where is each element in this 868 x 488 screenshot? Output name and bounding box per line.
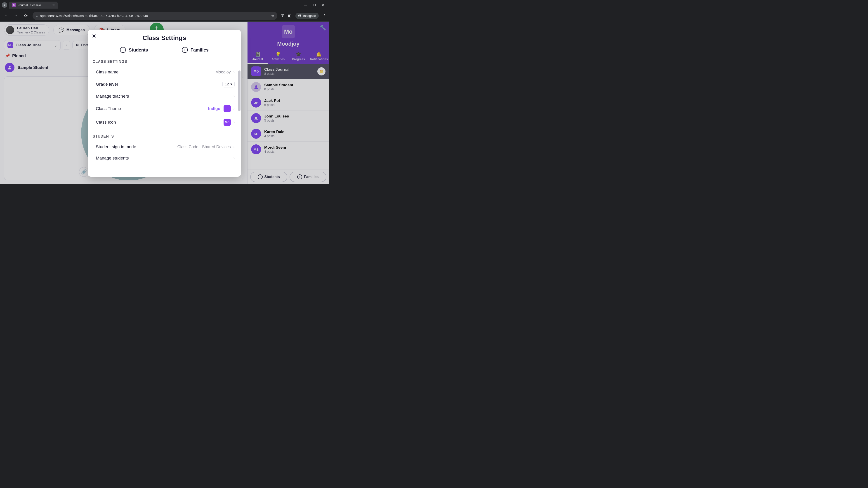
incognito-chip[interactable]: 🕶 Incognito [296, 13, 319, 19]
chevron-right-icon: › [234, 70, 235, 74]
modal-tab-students[interactable]: +Students [120, 47, 148, 53]
row-class-theme[interactable]: Class Theme Indigo › [93, 102, 236, 116]
nav-right: ⧩ ◧ 🕶 Incognito ⋮ [281, 13, 327, 19]
class-icon-preview: Mo [223, 119, 231, 126]
close-icon[interactable]: ✕ [92, 33, 96, 39]
modal-body[interactable]: +Students +Families CLASS SETTINGS Class… [88, 46, 241, 177]
row-label: Student sign in mode [96, 144, 178, 149]
reload-icon[interactable]: ⟳ [23, 13, 29, 18]
row-signin-mode[interactable]: Student sign in mode Class Code - Shared… [93, 141, 236, 153]
incognito-icon: 🕶 [298, 14, 301, 18]
site-info-icon[interactable]: ≡ [36, 14, 38, 18]
forward-icon[interactable]: → [13, 13, 19, 18]
favicon-icon: S [12, 3, 16, 7]
tab-title: Journal - Seesaw [18, 3, 41, 7]
row-manage-students[interactable]: Manage students › [93, 153, 236, 164]
tab-bar: ▾ S Journal - Seesaw ✕ + — ❐ ✕ [0, 0, 329, 10]
minimize-icon[interactable]: — [304, 3, 307, 7]
section-class-settings: CLASS SETTINGS [93, 58, 236, 66]
grade-select[interactable]: 12▾ [222, 81, 235, 88]
row-value: Moodjoy [215, 70, 231, 74]
chevron-right-icon: › [234, 94, 235, 98]
color-swatch-icon [223, 105, 231, 112]
row-label: Manage students [96, 156, 231, 161]
plus-circle-icon: + [182, 47, 188, 53]
maximize-icon[interactable]: ❐ [313, 3, 316, 7]
modal-tab-families[interactable]: +Families [182, 47, 209, 53]
bookmark-icon[interactable]: ☆ [271, 14, 274, 18]
close-window-icon[interactable]: ✕ [322, 3, 324, 7]
chevron-right-icon: › [234, 156, 235, 160]
new-tab-button[interactable]: + [61, 3, 63, 7]
url-text: app.seesaw.me/#/class/class.e01bf4c2-9a2… [40, 14, 148, 18]
browser-tab[interactable]: S Journal - Seesaw ✕ [9, 2, 58, 8]
chevron-down-icon: ▾ [230, 82, 232, 86]
close-tab-icon[interactable]: ✕ [52, 3, 55, 7]
row-grade-level[interactable]: Grade level 12▾ [93, 78, 236, 91]
extensions-icon[interactable]: ⧩ [281, 14, 284, 18]
app-root: Lauren Deli Teacher - 2 Classes 💬 Messag… [0, 22, 329, 184]
row-label: Class name [96, 70, 215, 74]
scrollbar-thumb[interactable] [238, 70, 241, 111]
plus-circle-icon: + [120, 47, 126, 53]
row-label: Class Icon [96, 120, 220, 125]
chevron-right-icon: › [234, 107, 235, 111]
chevron-right-icon: › [234, 120, 235, 124]
nav-bar: ← → ⟳ ≡ app.seesaw.me/#/class/class.e01b… [0, 10, 329, 22]
row-label: Manage teachers [96, 94, 231, 99]
chevron-right-icon: › [234, 145, 235, 149]
browser-chrome: ▾ S Journal - Seesaw ✕ + — ❐ ✕ ← → ⟳ ≡ a… [0, 0, 329, 22]
back-icon[interactable]: ← [3, 13, 9, 18]
menu-icon[interactable]: ⋮ [323, 13, 327, 18]
row-class-name[interactable]: Class name Moodjoy › [93, 66, 236, 78]
row-class-icon[interactable]: Class Icon Mo › [93, 116, 236, 129]
url-bar[interactable]: ≡ app.seesaw.me/#/class/class.e01bf4c2-9… [33, 12, 277, 20]
row-manage-teachers[interactable]: Manage teachers › [93, 91, 236, 102]
row-label: Grade level [96, 82, 222, 87]
sidepanel-icon[interactable]: ◧ [288, 13, 291, 18]
modal-title: Class Settings [88, 30, 241, 46]
section-students: STUDENTS [93, 133, 236, 141]
row-label: Class Theme [96, 106, 208, 111]
row-value: Class Code - Shared Devices [178, 144, 231, 149]
window-controls: — ❐ ✕ [304, 3, 327, 7]
class-settings-modal: ✕ Class Settings +Students +Families CLA… [88, 30, 241, 177]
incognito-label: Incognito [303, 14, 316, 18]
search-tabs-icon[interactable]: ▾ [2, 2, 7, 8]
modal-tabs: +Students +Families [93, 46, 236, 58]
row-value: Indigo [208, 106, 220, 111]
